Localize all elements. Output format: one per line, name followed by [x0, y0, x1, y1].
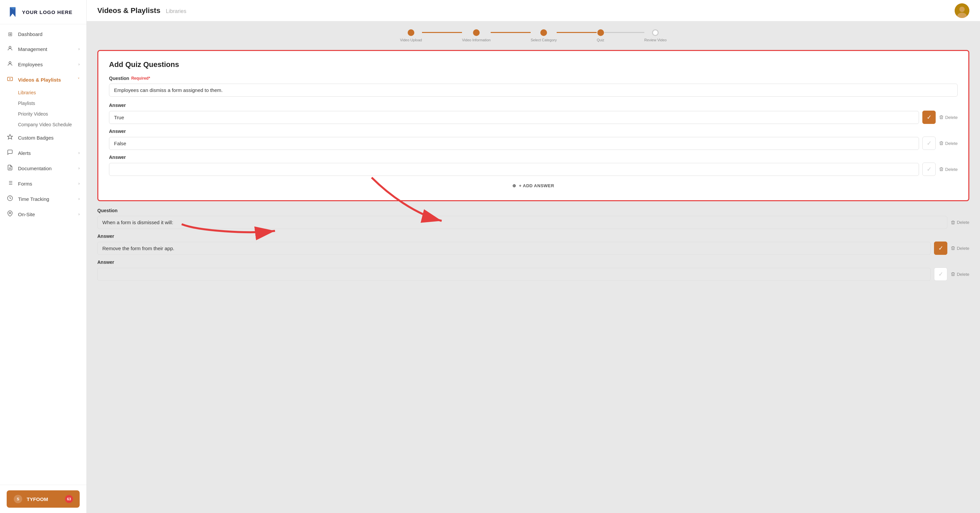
- answer-1-label: Answer: [109, 103, 958, 108]
- chevron-right-icon: ›: [78, 166, 80, 170]
- tyfoom-badge: 63: [65, 495, 73, 503]
- chevron-right-icon: ›: [78, 62, 80, 67]
- sq-answer-2-label: Answer: [97, 259, 969, 265]
- on-site-icon: [7, 211, 13, 218]
- svg-point-2: [9, 46, 11, 48]
- step-line-inactive: [605, 32, 644, 33]
- step-select-category: Select Category: [531, 29, 557, 42]
- svg-text:S: S: [17, 497, 19, 501]
- step-label: Quiz: [597, 38, 605, 42]
- question-label: Question Required*: [109, 76, 958, 81]
- add-answer-button[interactable]: ⊕ + ADD ANSWER: [512, 181, 554, 191]
- answer-1-input[interactable]: [109, 111, 919, 124]
- tyfoom-button[interactable]: S TYFOOM 63: [7, 490, 80, 508]
- step-circle: [540, 29, 547, 36]
- required-badge: Required*: [131, 76, 150, 81]
- chevron-right-icon: ›: [78, 181, 80, 186]
- chevron-right-icon: ›: [78, 197, 80, 201]
- logo-text: YOUR LOGO HERE: [22, 10, 73, 15]
- sq-answer-2-delete[interactable]: Delete: [951, 272, 969, 277]
- sq-answer-2-check[interactable]: ✓: [934, 267, 947, 281]
- sidebar-item-label: Custom Badges: [18, 135, 54, 141]
- logo-icon: [7, 6, 19, 18]
- trash-icon: [939, 115, 943, 119]
- sidebar-nav: ⊞ Dashboard Management › Employees › Vid…: [0, 24, 86, 485]
- sidebar-item-priority-videos[interactable]: Priority Videos: [18, 109, 86, 119]
- question-input[interactable]: [109, 84, 958, 97]
- trash-icon: [951, 220, 955, 225]
- videos-icon: [7, 76, 13, 83]
- step-quiz: Quiz: [597, 29, 605, 42]
- time-tracking-icon: [7, 195, 13, 203]
- avatar[interactable]: [955, 3, 969, 18]
- svg-point-20: [959, 7, 965, 12]
- sidebar-item-label: Management: [18, 46, 47, 52]
- sidebar-item-dashboard[interactable]: ⊞ Dashboard: [0, 27, 86, 41]
- sidebar-item-time-tracking[interactable]: Time Tracking ›: [0, 191, 86, 206]
- answer-3-delete[interactable]: Delete: [939, 167, 958, 172]
- answer-3-check[interactable]: ✓: [922, 162, 935, 176]
- answer-2-delete[interactable]: Delete: [939, 141, 958, 146]
- chevron-right-icon: ›: [78, 47, 80, 51]
- custom-badges-icon: [7, 134, 13, 141]
- sidebar-item-videos-playlists[interactable]: Videos & Playlists ˅: [0, 72, 86, 87]
- sq-answer-2-input[interactable]: [97, 268, 931, 281]
- sidebar-item-playlists[interactable]: Playlists: [18, 98, 86, 109]
- step-label: Review Video: [644, 38, 667, 42]
- sq-answer-1-row: ✓ Delete: [97, 241, 969, 255]
- content-area: Video Upload Video Information Select Ca…: [87, 21, 980, 513]
- sidebar-item-libraries[interactable]: Libraries: [18, 87, 86, 98]
- sidebar-item-label: Dashboard: [18, 31, 42, 37]
- main-content: Videos & Playlists Libraries Video Uploa…: [87, 0, 980, 513]
- answer-2-input[interactable]: [109, 137, 919, 150]
- second-question-block: Question Delete Answer ✓ Delete: [97, 208, 969, 281]
- sq-answer-2-row: ✓ Delete: [97, 267, 969, 281]
- step-video-information: Video Information: [462, 29, 491, 42]
- sq-answer-1-check[interactable]: ✓: [934, 241, 947, 255]
- page-subtitle: Libraries: [166, 8, 186, 14]
- trash-icon: [939, 141, 943, 146]
- sidebar-item-label: Videos & Playlists: [18, 77, 61, 83]
- sidebar-item-label: Documentation: [18, 165, 52, 171]
- answer-1-check[interactable]: ✓: [922, 111, 935, 124]
- stepper: Video Upload Video Information Select Ca…: [97, 29, 969, 42]
- sidebar-item-custom-badges[interactable]: Custom Badges: [0, 130, 86, 145]
- answer-3-label: Answer: [109, 154, 958, 160]
- sidebar-item-on-site[interactable]: On-Site ›: [0, 206, 86, 222]
- chevron-down-icon: ˅: [78, 77, 80, 82]
- svg-marker-6: [8, 135, 13, 139]
- answer-2-check[interactable]: ✓: [922, 137, 935, 150]
- employees-icon: [7, 60, 13, 68]
- answer-2-label: Answer: [109, 129, 958, 134]
- step-circle: [408, 29, 414, 36]
- sq-answer-1-input[interactable]: [97, 242, 931, 255]
- plus-icon: ⊕: [512, 183, 516, 188]
- answer-1-row: ✓ Delete: [109, 111, 958, 124]
- sq-answer-1-delete[interactable]: Delete: [951, 246, 969, 251]
- step-circle-inactive: [652, 29, 659, 36]
- documentation-icon: [7, 165, 13, 172]
- second-question-label: Question: [97, 208, 969, 213]
- trash-icon: [951, 246, 955, 251]
- sidebar-item-documentation[interactable]: Documentation ›: [0, 160, 86, 176]
- sidebar-item-management[interactable]: Management ›: [0, 41, 86, 57]
- sidebar-item-company-video-schedule[interactable]: Company Video Schedule: [18, 119, 86, 130]
- sidebar-item-forms[interactable]: Forms ›: [0, 176, 86, 191]
- answer-1-delete[interactable]: Delete: [939, 115, 958, 120]
- sq-answer-1-label: Answer: [97, 233, 969, 239]
- dashboard-icon: ⊞: [7, 31, 13, 37]
- answer-3-input[interactable]: [109, 163, 919, 176]
- sidebar-item-label: On-Site: [18, 211, 35, 217]
- step-line: [491, 32, 531, 33]
- second-question-input[interactable]: [97, 216, 947, 229]
- videos-sub-menu: Libraries Playlists Priority Videos Comp…: [0, 87, 86, 130]
- card-title: Add Quiz Questions: [109, 60, 958, 69]
- sidebar-item-label: Alerts: [18, 150, 31, 156]
- trash-icon: [939, 167, 943, 172]
- quiz-card: Add Quiz Questions Question Required* An…: [97, 50, 969, 201]
- sidebar-item-alerts[interactable]: Alerts ›: [0, 145, 86, 160]
- second-question-delete[interactable]: Delete: [951, 220, 969, 225]
- alerts-icon: [7, 149, 13, 157]
- sidebar-item-employees[interactable]: Employees ›: [0, 57, 86, 72]
- sidebar: YOUR LOGO HERE ⊞ Dashboard Management › …: [0, 0, 87, 513]
